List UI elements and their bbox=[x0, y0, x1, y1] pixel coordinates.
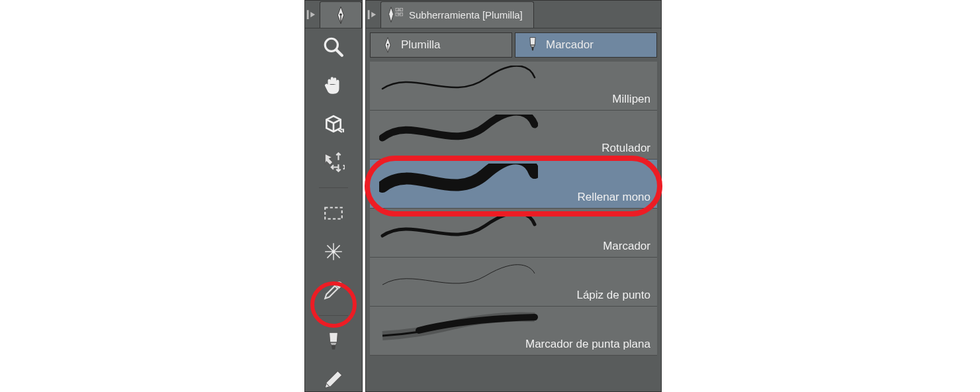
subtool-item-marcador[interactable]: Marcador bbox=[370, 209, 657, 258]
panel-collapse-icon[interactable] bbox=[305, 1, 320, 28]
move-arrows-icon bbox=[322, 151, 345, 173]
panel-collapse-icon[interactable] bbox=[366, 1, 380, 28]
sparkle-icon bbox=[322, 240, 345, 263]
stroke-preview bbox=[379, 115, 538, 148]
subtool-label: Rotulador bbox=[601, 142, 650, 155]
pencil-icon bbox=[322, 368, 345, 391]
subtool-tab[interactable]: Subherramienta [Plumilla] bbox=[380, 1, 534, 28]
marquee-icon bbox=[322, 202, 345, 224]
marquee-tool[interactable] bbox=[320, 200, 347, 226]
pen-nib-group-icon bbox=[386, 5, 405, 26]
marker-tool[interactable] bbox=[320, 328, 347, 354]
svg-point-5 bbox=[332, 250, 335, 253]
marker-icon bbox=[322, 330, 345, 352]
highlight-circle-tool bbox=[310, 281, 357, 328]
move-tool[interactable] bbox=[320, 149, 347, 175]
stroke-preview bbox=[379, 311, 538, 344]
category-tab-marcador[interactable]: Marcador bbox=[515, 32, 657, 58]
subtool-item-millipen[interactable]: Millipen bbox=[370, 62, 657, 111]
nib-icon bbox=[381, 36, 394, 54]
perspective-tool[interactable] bbox=[320, 111, 347, 137]
pen-tool[interactable] bbox=[320, 366, 347, 392]
svg-point-0 bbox=[339, 13, 342, 16]
subtool-label: Lápiz de punto bbox=[576, 289, 650, 302]
stroke-preview bbox=[379, 262, 538, 295]
tool-divider bbox=[319, 187, 348, 188]
tool-list bbox=[305, 28, 362, 392]
subtool-label: Marcador bbox=[603, 240, 650, 253]
tool-panel bbox=[304, 0, 363, 392]
hand-icon bbox=[322, 74, 345, 97]
stroke-preview bbox=[379, 164, 538, 197]
category-label: Plumilla bbox=[401, 38, 441, 52]
subtool-item-rellenar-mono[interactable]: Rellenar mono bbox=[370, 160, 657, 209]
tool-panel-tab[interactable] bbox=[320, 1, 362, 28]
stroke-preview bbox=[379, 66, 538, 99]
category-label: Marcador bbox=[546, 38, 594, 52]
svg-line-3 bbox=[336, 50, 342, 56]
subtool-item-lapiz-de-punto[interactable]: Lápiz de punto bbox=[370, 258, 657, 307]
category-tab-plumilla[interactable]: Plumilla bbox=[370, 32, 512, 58]
category-tabs: Plumilla Marcador bbox=[366, 28, 661, 62]
magnifier-tool[interactable] bbox=[320, 34, 347, 60]
svg-rect-4 bbox=[325, 208, 342, 219]
subtool-label: Millipen bbox=[612, 93, 650, 106]
magnifier-icon bbox=[322, 36, 345, 58]
subtool-label: Marcador de punta plana bbox=[525, 338, 650, 351]
marker-icon bbox=[526, 36, 539, 54]
subtool-header: Subherramienta [Plumilla] bbox=[366, 1, 661, 28]
subtool-panel: Subherramienta [Plumilla] Plumilla Marca… bbox=[365, 0, 662, 392]
magic-wand-tool[interactable] bbox=[320, 238, 347, 265]
subtool-item-marcador-punta-plana[interactable]: Marcador de punta plana bbox=[370, 307, 657, 356]
pen-nib-icon bbox=[334, 5, 348, 25]
subtool-panel-title: Subherramienta [Plumilla] bbox=[409, 9, 523, 21]
tool-panel-header bbox=[305, 1, 362, 28]
subtool-item-rotulador[interactable]: Rotulador bbox=[370, 111, 657, 160]
subtool-list: Millipen Rotulador Rellenar mono bbox=[366, 62, 661, 356]
subtool-label: Rellenar mono bbox=[577, 191, 650, 204]
stroke-preview bbox=[379, 213, 538, 246]
cube-icon bbox=[322, 113, 345, 135]
hand-tool[interactable] bbox=[320, 72, 347, 99]
